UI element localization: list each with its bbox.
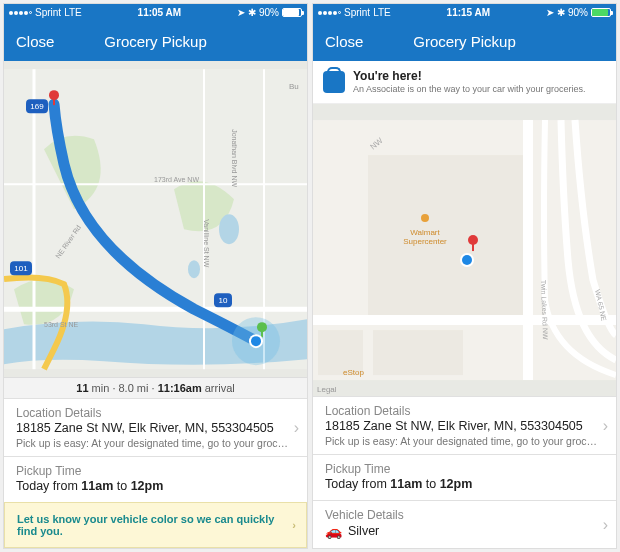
location-arrow-icon: ➤ — [546, 7, 554, 18]
chevron-right-icon: › — [603, 516, 608, 534]
nav-bar: Close Grocery Pickup — [4, 21, 307, 61]
location-details-row[interactable]: Location Details 18185 Zane St NW, Elk R… — [4, 398, 307, 456]
map-legal-link[interactable]: Legal — [317, 385, 337, 394]
page-title: Grocery Pickup — [104, 33, 207, 50]
location-details-row[interactable]: Location Details 18185 Zane St NW, Elk R… — [313, 396, 616, 454]
eta-min: 11 — [76, 382, 88, 394]
vehicle-label: Vehicle Details — [325, 508, 604, 522]
location-address: 18185 Zane St NW, Elk River, MN, 5533045… — [325, 418, 604, 435]
svg-point-9 — [251, 336, 261, 346]
close-button[interactable]: Close — [325, 33, 363, 50]
notice-subtitle: An Associate is on the way to your car w… — [353, 84, 586, 95]
battery-pct: 90% — [259, 7, 279, 18]
vehicle-value: 🚗 Silver — [325, 522, 604, 541]
svg-point-35 — [462, 255, 472, 265]
vehicle-color-prompt[interactable]: Let us know your vehicle color so we can… — [4, 502, 307, 548]
svg-text:eStop: eStop — [343, 368, 364, 377]
hw-shield-101: 101 — [10, 261, 32, 275]
route-map[interactable]: 169 101 10 53rd St NE NE River Rd 173rd … — [4, 61, 307, 377]
hw-shield-169: 169 — [26, 99, 48, 113]
bluetooth-icon: ✱ — [557, 7, 565, 18]
page-title: Grocery Pickup — [413, 33, 516, 50]
battery-icon — [591, 8, 611, 17]
location-label: Location Details — [16, 406, 295, 420]
network-label: LTE — [64, 7, 82, 18]
carrier-label: Sprint — [35, 7, 61, 18]
eta-bar: 11 min · 8.0 mi · 11:16am arrival — [4, 377, 307, 398]
pickup-time-row[interactable]: Pickup Time Today from 11am to 12pm — [4, 456, 307, 502]
clock: 11:05 AM — [138, 7, 182, 18]
svg-text:169: 169 — [30, 102, 44, 111]
location-address: 18185 Zane St NW, Elk River, MN, 5533045… — [16, 420, 295, 437]
chevron-right-icon: › — [292, 519, 296, 531]
network-label: LTE — [373, 7, 391, 18]
battery-icon — [282, 8, 302, 17]
svg-point-1 — [219, 214, 239, 244]
svg-point-26 — [421, 214, 429, 222]
svg-rect-5 — [53, 95, 55, 105]
svg-text:Bu: Bu — [289, 82, 299, 91]
svg-text:173rd Ave NW: 173rd Ave NW — [154, 176, 199, 183]
vehicle-prompt-text: Let us know your vehicle color so we can… — [17, 513, 274, 537]
phone-screen-right: Sprint LTE 11:15 AM ➤ ✱ 90% Close Grocer… — [313, 4, 616, 548]
status-bar: Sprint LTE 11:05 AM ➤ ✱ 90% — [4, 4, 307, 21]
svg-point-2 — [188, 260, 200, 278]
svg-rect-25 — [373, 330, 463, 375]
chevron-right-icon: › — [603, 417, 608, 435]
location-map[interactable]: Walmart Supercenter eStop NW Twin Lakes … — [313, 104, 616, 396]
svg-text:101: 101 — [14, 264, 28, 273]
poi-label-walmart: Walmart — [410, 228, 440, 237]
vehicle-details-row[interactable]: Vehicle Details 🚗 Silver › — [313, 500, 616, 548]
bluetooth-icon: ✱ — [248, 7, 256, 18]
location-label: Location Details — [325, 404, 604, 418]
location-sub: Pick up is easy: At your designated time… — [325, 435, 604, 447]
location-arrow-icon: ➤ — [237, 7, 245, 18]
close-button[interactable]: Close — [16, 33, 54, 50]
status-bar: Sprint LTE 11:15 AM ➤ ✱ 90% — [313, 4, 616, 21]
svg-rect-33 — [472, 240, 474, 251]
notice-title: You're here! — [353, 69, 586, 84]
car-icon: 🚗 — [325, 522, 342, 541]
svg-text:Supercenter: Supercenter — [403, 237, 447, 246]
pickup-value: Today from 11am to 12pm — [325, 476, 604, 493]
svg-text:Jonathan Blvd NW: Jonathan Blvd NW — [231, 129, 238, 187]
hw-shield-10: 10 — [214, 293, 232, 307]
location-sub: Pick up is easy: At your designated time… — [16, 437, 295, 449]
arrival-notice: You're here! An Associate is on the way … — [313, 61, 616, 104]
shopping-bag-icon — [323, 71, 345, 93]
clock: 11:15 AM — [447, 7, 491, 18]
svg-rect-7 — [261, 327, 263, 337]
pickup-time-row[interactable]: Pickup Time Today from 11am to 12pm — [313, 454, 616, 500]
svg-rect-23 — [368, 155, 528, 320]
nav-bar: Close Grocery Pickup — [313, 21, 616, 61]
phone-screen-left: Sprint LTE 11:05 AM ➤ ✱ 90% Close Grocer… — [4, 4, 307, 548]
svg-text:53rd St NE: 53rd St NE — [44, 321, 79, 328]
battery-pct: 90% — [568, 7, 588, 18]
pickup-value: Today from 11am to 12pm — [16, 478, 295, 495]
svg-text:10: 10 — [219, 296, 228, 305]
signal-dots-icon — [318, 11, 341, 15]
svg-text:Vanilline St NW: Vanilline St NW — [203, 219, 210, 268]
chevron-right-icon: › — [294, 419, 299, 437]
pickup-label: Pickup Time — [16, 464, 295, 478]
carrier-label: Sprint — [344, 7, 370, 18]
pickup-label: Pickup Time — [325, 462, 604, 476]
signal-dots-icon — [9, 11, 32, 15]
